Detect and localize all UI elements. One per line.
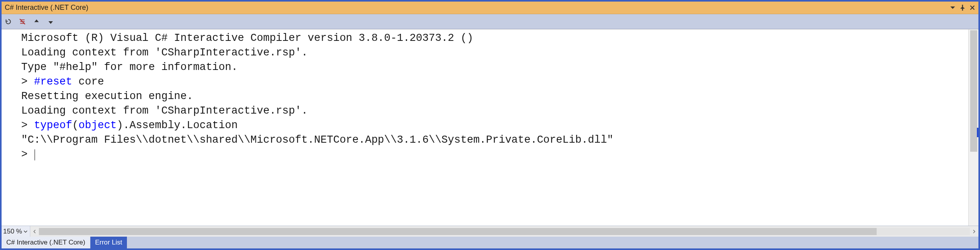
console-line: Type "#help" for more information. (21, 60, 968, 75)
prompt-marker: > (21, 76, 34, 88)
console-line: Loading context from 'CSharpInteractive.… (21, 46, 968, 60)
code-segment: #reset (34, 76, 72, 88)
console-line: "C:\\Program Files\\dotnet\\shared\\Micr… (21, 133, 968, 147)
scroll-left-arrow-icon[interactable] (30, 226, 39, 237)
horizontal-scrollbar-track[interactable] (39, 228, 970, 235)
window-title: C# Interactive (.NET Core) (5, 4, 950, 12)
title-bar: C# Interactive (.NET Core) (2, 2, 978, 14)
reset-button[interactable] (4, 17, 13, 26)
code-segment: ).Assembly.Location (117, 119, 238, 131)
vertical-scrollbar-thumb[interactable] (970, 30, 977, 152)
tab-csharp-interactive[interactable]: C# Interactive (.NET Core) (2, 237, 90, 248)
window-options-dropdown-icon[interactable] (950, 5, 956, 11)
clear-button[interactable] (18, 17, 27, 26)
console-line: Microsoft (R) Visual C# Interactive Comp… (21, 31, 968, 46)
chevron-down-icon (24, 230, 28, 233)
pin-icon[interactable] (960, 5, 965, 11)
console-line: > typeof(object).Assembly.Location (21, 118, 968, 133)
prompt-marker: > (21, 119, 34, 131)
console-line: Loading context from 'CSharpInteractive.… (21, 104, 968, 118)
scroll-right-arrow-icon[interactable] (970, 226, 978, 237)
scrollbar-caret-marker (977, 128, 978, 137)
prompt-marker: > (21, 149, 34, 160)
horizontal-scrollbar-thumb[interactable] (39, 228, 877, 235)
code-segment: object (79, 119, 117, 131)
close-icon[interactable] (969, 5, 975, 11)
input-caret (35, 149, 35, 160)
console-output[interactable]: Microsoft (R) Visual C# Interactive Comp… (2, 29, 968, 226)
zoom-value: 150 % (3, 228, 22, 235)
zoom-dropdown[interactable]: 150 % (2, 226, 30, 237)
code-segment: core (72, 76, 104, 88)
console-line: > (21, 147, 968, 162)
horizontal-scrollbar[interactable] (30, 226, 978, 237)
history-previous-button[interactable] (32, 17, 41, 26)
console-panel: Microsoft (R) Visual C# Interactive Comp… (2, 29, 978, 226)
code-segment: ( (72, 119, 79, 131)
history-next-button[interactable] (46, 17, 55, 26)
footer-bar: 150 % (2, 226, 978, 237)
console-line: Resetting execution engine. (21, 89, 968, 104)
vertical-scrollbar[interactable] (968, 29, 978, 226)
toolbar (2, 14, 978, 29)
tab-error-list[interactable]: Error List (90, 237, 127, 248)
code-segment: typeof (34, 119, 72, 131)
bottom-tab-strip: C# Interactive (.NET Core) Error List (2, 237, 978, 248)
window-controls (950, 5, 975, 11)
console-line: > #reset core (21, 75, 968, 89)
